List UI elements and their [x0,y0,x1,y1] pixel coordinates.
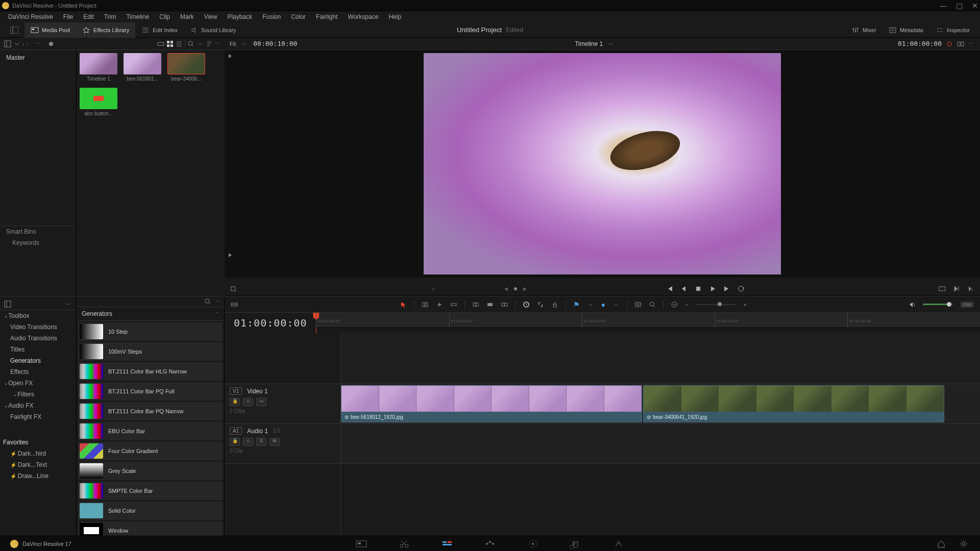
blade-tool-icon[interactable] [450,301,457,308]
arrow-tool-icon[interactable] [400,301,407,308]
zoom-to-fit-icon[interactable] [634,301,642,308]
favorites-header[interactable]: Favorites [0,437,76,448]
audio-track-header[interactable]: A1 Audio 1 2.0 🔒 ◇ S M 0 Clip [225,424,340,464]
volume-icon[interactable] [909,301,916,308]
menu-fusion[interactable]: Fusion [257,13,286,20]
generator-item[interactable]: 10 Step [78,322,223,341]
stop-icon[interactable] [694,285,702,293]
bin-view-icon[interactable] [4,40,11,47]
match-prev[interactable]: ◀ [504,286,508,291]
viewer-canvas[interactable] [225,50,980,278]
menu-color[interactable]: Color [286,13,311,20]
capture-icon[interactable] [938,285,946,293]
generator-item[interactable]: 100mV Steps [78,342,223,361]
fairlight-page-icon[interactable] [570,538,582,550]
timeline-ruler[interactable]: 01:00:00:00 01:00:02:00 01:00:04:00 01:0… [316,313,980,328]
panel-layout-icon[interactable] [4,300,11,308]
nav-next[interactable]: › [27,41,29,47]
record-dot-icon[interactable] [49,42,53,46]
mixer-button[interactable]: Mixer [845,22,883,38]
go-end-icon[interactable] [723,285,731,293]
dim-button[interactable]: DIM [961,302,974,308]
tree-openfx[interactable]: Open FX [0,378,76,389]
sort-icon[interactable] [206,40,213,47]
tree-titles[interactable]: Titles [0,344,76,355]
chevron-down-icon[interactable] [65,300,72,308]
chevron-down-icon[interactable] [587,301,594,308]
tree-effects[interactable]: Effects [0,366,76,378]
volume-slider[interactable] [923,304,953,305]
edit-index-button[interactable]: Edit Index [135,22,184,38]
transform-icon[interactable] [230,285,237,292]
edit-page-icon[interactable] [441,538,453,550]
track-auto-icon[interactable]: ◇ [243,438,253,446]
overflow-icon[interactable]: ⋯ [34,40,40,47]
overwrite-icon[interactable] [486,301,494,308]
clip-bee[interactable]: bee-561801... [124,53,161,82]
tree-audiofx[interactable]: Audio FX [0,400,76,411]
bin-keywords[interactable]: Keywords [2,237,74,248]
viewer-scrubber[interactable] [225,278,980,282]
chevron-down-icon[interactable] [197,40,204,47]
video-track[interactable]: ⊘bee-5618012_1920.jpg ⊘bear-3400641_1920… [341,384,980,424]
step-back-icon[interactable] [680,285,688,293]
minus-icon[interactable]: − [685,302,688,308]
solo-button[interactable]: S [256,438,266,446]
timeline-name[interactable]: Timeline 1 [575,40,603,47]
nav-prev[interactable]: ‹ [22,41,24,47]
overflow-icon[interactable]: ⋯ [968,40,974,47]
menu-file[interactable]: File [58,13,78,20]
end-icon[interactable] [967,285,975,293]
color-page-icon[interactable] [527,538,539,550]
track-lock-icon[interactable]: 🔒 [230,398,240,406]
match-next[interactable]: ▶ [523,286,527,291]
menu-clip[interactable]: Clip [154,13,175,20]
sync-icon[interactable] [946,40,953,47]
collapse-icon[interactable]: ⌃ [215,311,219,316]
close-button[interactable]: ✕ [972,2,978,10]
zoom-slider[interactable] [695,304,736,305]
play-icon[interactable] [708,285,717,293]
lock-icon[interactable] [551,301,558,308]
generator-item[interactable]: EBU Color Bar [78,422,223,440]
generator-item[interactable]: Grey Scale [78,462,223,480]
next-edit-icon[interactable] [952,285,961,293]
menu-view[interactable]: View [199,13,223,20]
strip-view-icon[interactable] [157,40,164,47]
clip-bear[interactable]: bear-34006... [167,53,205,82]
a1-badge[interactable]: A1 [230,427,242,435]
tree-filters[interactable]: ▸ Filters [0,389,76,400]
trim-tool-icon[interactable] [422,301,429,308]
tree-fairlightfx[interactable]: Fairlight FX [0,411,76,422]
timeline-tracks[interactable]: ⊘bee-5618012_1920.jpg ⊘bear-3400641_1920… [341,333,980,543]
media-pool-button[interactable]: Media Pool [24,22,76,38]
generator-item[interactable]: Four Color Gradient [78,442,223,460]
maximize-button[interactable]: ▢ [956,2,963,10]
link-icon[interactable] [537,301,544,308]
zoom-detail-icon[interactable] [649,301,656,308]
track-enable-icon[interactable]: ▭ [256,398,266,406]
tree-audio-transitions[interactable]: Audio Transitions [0,333,76,344]
generator-item[interactable]: SMPTE Color Bar [78,482,223,500]
menu-playback[interactable]: Playback [222,13,257,20]
retime-icon[interactable] [523,301,530,308]
menu-mark[interactable]: Mark [175,13,199,20]
go-start-icon[interactable] [666,285,674,293]
bin-master[interactable]: Master [2,52,74,63]
track-auto-icon[interactable]: ◇ [243,398,253,406]
minimize-button[interactable]: — [940,2,947,10]
generator-item[interactable]: BT.2111 Color Bar PQ Full [78,382,223,400]
generator-item[interactable]: BT.2111 Color Bar HLG Narrow [78,362,223,381]
menu-help[interactable]: Help [383,13,406,20]
dynamic-trim-icon[interactable] [436,301,443,308]
audio-track[interactable] [341,424,980,464]
menu-trim[interactable]: Trim [99,13,121,20]
chevron-down-icon[interactable] [241,40,248,47]
fusion-page-icon[interactable] [484,538,496,550]
menu-davinci[interactable]: DaVinci Resolve [3,13,58,20]
home-icon[interactable] [935,538,947,550]
track-lock-icon[interactable]: 🔒 [230,438,240,446]
cut-page-icon[interactable] [398,538,410,550]
tree-generators[interactable]: Generators [0,355,76,366]
clip-abo-button[interactable]: abo button... [80,88,117,116]
